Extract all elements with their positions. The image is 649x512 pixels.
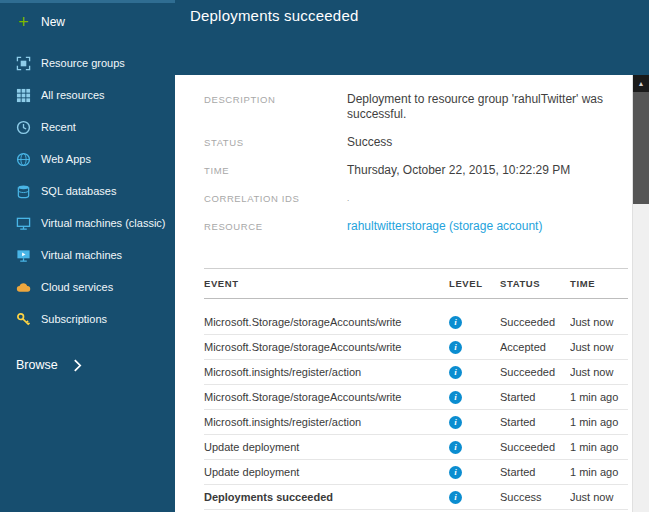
status-cell: Succeeded xyxy=(500,316,570,328)
level-cell: i xyxy=(449,340,500,354)
time-cell: 1 min ago xyxy=(570,441,628,453)
scrollbar[interactable]: ▲ xyxy=(632,75,649,512)
azure-portal-screen: + New Resource groups All resources Re xyxy=(0,0,649,512)
blade-header: Deployments succeeded xyxy=(175,0,649,75)
events-table-header: EVENT LEVEL STATUS TIME xyxy=(204,268,628,299)
level-cell: i xyxy=(449,490,500,504)
events-table-body: Microsoft.Storage/storageAccounts/write … xyxy=(204,310,628,510)
level-cell: i xyxy=(449,315,500,329)
level-cell: i xyxy=(449,365,500,379)
event-cell: Microsoft.insights/register/action xyxy=(204,366,449,378)
table-row[interactable]: Deployments succeeded i Success Just now xyxy=(204,485,628,510)
sidebar-item-sql-databases[interactable]: SQL databases xyxy=(0,175,175,207)
sidebar-item-label: SQL databases xyxy=(41,185,116,197)
time-cell: Just now xyxy=(570,316,628,328)
scroll-up-arrow-icon: ▲ xyxy=(638,80,645,87)
table-row[interactable]: Microsoft.Storage/storageAccounts/write … xyxy=(204,385,628,410)
info-icon: i xyxy=(449,391,462,404)
field-value: Thursday, October 22, 2015, 10:22:29 PM xyxy=(347,163,632,178)
detail-fields: DESCRIPTION Deployment to resource group… xyxy=(175,75,632,234)
subscriptions-key-icon xyxy=(16,312,31,327)
sidebar-item-label: Subscriptions xyxy=(41,313,107,325)
sidebar-item-all-resources[interactable]: All resources xyxy=(0,79,175,111)
info-icon: i xyxy=(449,316,462,329)
resource-link[interactable]: rahultwitterstorage (storage account) xyxy=(347,219,542,233)
event-cell: Microsoft.Storage/storageAccounts/write xyxy=(204,316,449,328)
field-label: STATUS xyxy=(204,135,347,150)
vm-classic-icon xyxy=(16,216,31,231)
cloud-services-icon xyxy=(16,280,31,295)
column-header-status: STATUS xyxy=(500,278,570,289)
field-label: TIME xyxy=(204,163,347,178)
time-cell: Just now xyxy=(570,491,628,503)
page-title: Deployments succeeded xyxy=(175,0,649,24)
browse-label: Browse xyxy=(16,358,58,372)
info-icon: i xyxy=(449,366,462,379)
event-cell: Microsoft.Storage/storageAccounts/write xyxy=(204,391,449,403)
sidebar-item-virtual-machines-classic[interactable]: Virtual machines (classic) xyxy=(0,207,175,239)
time-cell: Just now xyxy=(570,341,628,353)
sidebar-item-label: Virtual machines (classic) xyxy=(41,217,166,229)
field-value: Success xyxy=(347,135,632,150)
info-icon: i xyxy=(449,491,462,504)
time-cell: Just now xyxy=(570,366,628,378)
status-cell: Succeeded xyxy=(500,366,570,378)
level-cell: i xyxy=(449,415,500,429)
time-cell: 1 min ago xyxy=(570,391,628,403)
field-description: DESCRIPTION Deployment to resource group… xyxy=(204,92,632,122)
table-row[interactable]: Update deployment i Started 1 min ago xyxy=(204,460,628,485)
sidebar-item-resource-groups[interactable]: Resource groups xyxy=(0,47,175,79)
web-apps-globe-icon xyxy=(16,152,31,167)
time-cell: 1 min ago xyxy=(570,466,628,478)
column-header-time: TIME xyxy=(570,278,628,289)
time-cell: 1 min ago xyxy=(570,416,628,428)
new-label: New xyxy=(41,15,65,29)
status-cell: Started xyxy=(500,416,570,428)
chevron-right-icon xyxy=(70,358,85,373)
table-row[interactable]: Microsoft.Storage/storageAccounts/write … xyxy=(204,335,628,360)
sidebar-nav: Resource groups All resources Recent Web… xyxy=(0,47,175,335)
info-icon: i xyxy=(449,416,462,429)
status-cell: Accepted xyxy=(500,341,570,353)
sidebar-item-cloud-services[interactable]: Cloud services xyxy=(0,271,175,303)
column-header-event: EVENT xyxy=(204,278,449,289)
field-value: rahultwitterstorage (storage account) xyxy=(347,219,632,234)
field-status: STATUS Success xyxy=(204,135,632,150)
table-row[interactable]: Microsoft.insights/register/action i Suc… xyxy=(204,360,628,385)
event-cell: Deployments succeeded xyxy=(204,491,449,503)
all-resources-icon xyxy=(16,88,31,103)
field-value: Deployment to resource group 'rahulTwitt… xyxy=(347,92,632,122)
plus-icon: + xyxy=(16,15,31,29)
sidebar-item-virtual-machines[interactable]: Virtual machines xyxy=(0,239,175,271)
recent-clock-icon xyxy=(16,120,31,135)
sidebar-item-recent[interactable]: Recent xyxy=(0,111,175,143)
sidebar-item-subscriptions[interactable]: Subscriptions xyxy=(0,303,175,335)
status-cell: Started xyxy=(500,391,570,403)
table-row[interactable]: Update deployment i Succeeded 1 min ago xyxy=(204,435,628,460)
sidebar: + New Resource groups All resources Re xyxy=(0,0,175,512)
table-row[interactable]: Microsoft.insights/register/action i Sta… xyxy=(204,410,628,435)
info-icon: i xyxy=(449,441,462,454)
field-label: DESCRIPTION xyxy=(204,92,347,122)
scroll-up-button[interactable]: ▲ xyxy=(633,75,649,92)
new-button[interactable]: + New xyxy=(0,3,175,41)
event-cell: Update deployment xyxy=(204,466,449,478)
level-cell: i xyxy=(449,440,500,454)
info-icon: i xyxy=(449,341,462,354)
field-label: CORRELATION IDS xyxy=(204,191,347,206)
vm-icon xyxy=(16,248,31,263)
status-cell: Started xyxy=(500,466,570,478)
sidebar-item-label: Web Apps xyxy=(41,153,91,165)
event-cell: Update deployment xyxy=(204,441,449,453)
field-time: TIME Thursday, October 22, 2015, 10:22:2… xyxy=(204,163,632,178)
field-value: . xyxy=(347,191,632,206)
info-icon: i xyxy=(449,466,462,479)
sql-database-icon xyxy=(16,184,31,199)
sidebar-item-label: Resource groups xyxy=(41,57,125,69)
status-cell: Succeeded xyxy=(500,441,570,453)
browse-button[interactable]: Browse xyxy=(0,349,175,381)
events-table: EVENT LEVEL STATUS TIME Microsoft.Storag… xyxy=(204,268,628,510)
table-row[interactable]: Microsoft.Storage/storageAccounts/write … xyxy=(204,310,628,335)
sidebar-item-web-apps[interactable]: Web Apps xyxy=(0,143,175,175)
scrollbar-thumb[interactable] xyxy=(633,92,649,204)
